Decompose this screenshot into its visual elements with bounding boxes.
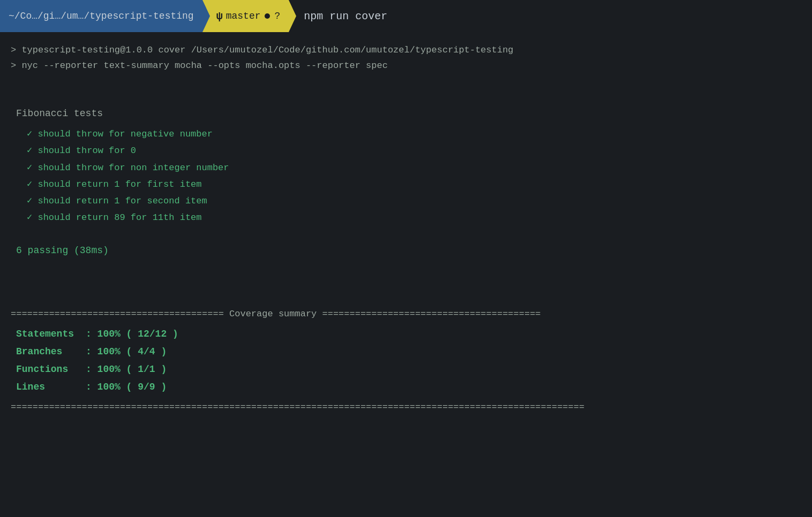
npm-output-line-2: > nyc --reporter text-summary mocha --op… — [11, 58, 801, 73]
npm-line2-text: > nyc --reporter text-summary mocha --op… — [11, 60, 388, 71]
coverage-row-branches: Branches : 100% ( 4/4 ) — [11, 344, 801, 360]
path-segment: ~/Co…/gi…/um…/typescript-testing — [0, 0, 202, 32]
path-text: ~/Co…/gi…/um…/typescript-testing — [9, 11, 194, 21]
test-item-1: ✓ should throw for 0 — [11, 143, 801, 158]
test-item-4: ✓ should return 1 for second item — [11, 194, 801, 208]
gap-3 — [11, 227, 801, 243]
coverage-row-functions: Functions : 100% ( 1/1 ) — [11, 362, 801, 377]
gap-4 — [11, 258, 801, 280]
coverage-divider-top: ======================================= … — [11, 307, 801, 321]
npm-output-line-1: > typescript-testing@1.0.0 cover /Users/… — [11, 43, 801, 57]
coverage-row-lines: Lines : 100% ( 9/9 ) — [11, 379, 801, 395]
coverage-label-statements: Statements — [11, 326, 86, 342]
git-segment: ψ master ? — [202, 0, 289, 32]
coverage-value-statements: : 100% ( 12/12 ) — [86, 326, 178, 342]
coverage-label-lines: Lines — [11, 379, 86, 395]
gap-5 — [11, 280, 801, 296]
coverage-value-branches: : 100% ( 4/4 ) — [86, 344, 167, 360]
command-text: npm run cover — [289, 0, 387, 32]
test-item-5: ✓ should return 89 for 11th item — [11, 210, 801, 225]
coverage-row-statements: Statements : 100% ( 12/12 ) — [11, 326, 801, 342]
git-dot-indicator — [265, 13, 270, 19]
passing-line: 6 passing (38ms) — [11, 243, 801, 258]
npm-line1-text: > typescript-testing@1.0.0 cover /Users/… — [11, 45, 514, 55]
terminal-content: > typescript-testing@1.0.0 cover /Users/… — [0, 32, 812, 425]
git-branch: master — [226, 11, 261, 21]
test-item-3: ✓ should return 1 for first item — [11, 177, 801, 192]
coverage-divider-bottom: ========================================… — [11, 400, 801, 414]
title-bar: ~/Co…/gi…/um…/typescript-testing ψ maste… — [0, 0, 812, 32]
git-question: ? — [274, 11, 280, 21]
gap-2 — [11, 90, 801, 106]
coverage-label-branches: Branches — [11, 344, 86, 360]
npm-command: npm run cover — [304, 10, 387, 22]
coverage-label-functions: Functions — [11, 362, 86, 377]
test-item-2: ✓ should throw for non integer number — [11, 161, 801, 175]
git-icon: ψ — [216, 10, 223, 22]
gap-1 — [11, 74, 801, 90]
coverage-value-lines: : 100% ( 9/9 ) — [86, 379, 167, 395]
test-suite-title: Fibonacci tests — [11, 106, 801, 121]
coverage-value-functions: : 100% ( 1/1 ) — [86, 362, 167, 377]
test-item-0: ✓ should throw for negative number — [11, 127, 801, 141]
